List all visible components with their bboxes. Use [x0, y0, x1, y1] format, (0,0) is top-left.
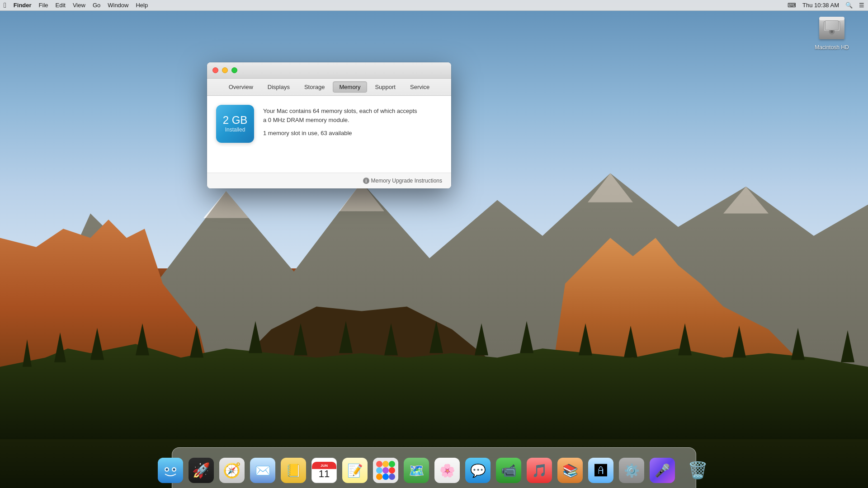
dock-item-launchpad[interactable]: 🚀	[187, 456, 215, 484]
tab-support[interactable]: Support	[368, 81, 402, 93]
window-footer: i Memory Upgrade Instructions	[207, 173, 451, 188]
dock-item-safari[interactable]: 🧭	[218, 456, 246, 484]
facetime-dock-icon: 📹	[496, 458, 521, 483]
dock-item-facetime[interactable]: 📹	[495, 456, 523, 484]
dock-item-siri[interactable]: 🎤	[648, 456, 676, 484]
svg-marker-15	[249, 321, 262, 353]
dock-item-calendar[interactable]: JUN 11	[310, 456, 338, 484]
photos-dock-icon: 🌸	[434, 458, 460, 483]
svg-point-36	[166, 469, 168, 471]
memory-description: Your Mac contains 64 memory slots, each …	[263, 107, 442, 124]
svg-point-43	[382, 467, 389, 474]
dock-item-launchpadapp[interactable]	[372, 456, 400, 484]
svg-marker-27	[841, 330, 854, 362]
hd-drive-svg	[819, 17, 844, 39]
help-menu[interactable]: Help	[136, 2, 148, 9]
sysprefs-dock-icon: ⚙️	[619, 458, 644, 483]
tab-service[interactable]: Service	[403, 81, 436, 93]
finder-menu[interactable]: Finder	[14, 2, 32, 9]
svg-rect-28	[819, 19, 844, 39]
svg-point-44	[389, 467, 395, 474]
dock-item-mail[interactable]: ✉️	[249, 456, 277, 484]
appstore-dock-icon: 🅰	[588, 458, 613, 483]
hd-icon-label: Macintosh HD	[815, 44, 849, 51]
books-dock-icon: 📚	[557, 458, 583, 483]
window-minimize-button[interactable]	[222, 67, 228, 73]
memory-content: 2 GB Installed Your Mac contains 64 memo…	[207, 96, 451, 173]
dock-item-maps[interactable]: 🗺️	[402, 456, 430, 484]
svg-marker-9	[0, 344, 868, 449]
memory-upgrade-link[interactable]: i Memory Upgrade Instructions	[363, 178, 442, 184]
svg-point-42	[376, 467, 382, 474]
dock-item-finder[interactable]	[156, 456, 184, 484]
memory-installed-label: Installed	[225, 127, 245, 133]
view-menu[interactable]: View	[73, 2, 85, 9]
dock-item-trash[interactable]: 🗑️	[684, 456, 712, 484]
dock-item-sysprefs[interactable]: ⚙️	[618, 456, 646, 484]
menubar-left:  Finder File Edit View Go Window Help	[4, 1, 148, 9]
svg-marker-20	[475, 323, 488, 355]
dock-item-messages[interactable]: 💬	[464, 456, 492, 484]
window-titlebar	[207, 62, 451, 79]
about-this-mac-window: Overview Displays Storage Memory Support…	[207, 62, 451, 188]
svg-marker-24	[678, 323, 692, 355]
window-menu[interactable]: Window	[108, 2, 128, 9]
safari-dock-icon: 🧭	[219, 458, 245, 483]
svg-marker-17	[339, 321, 353, 353]
dock-item-contacts[interactable]: 📒	[279, 456, 307, 484]
svg-marker-12	[90, 328, 104, 360]
apple-menu[interactable]: 	[4, 1, 6, 9]
file-menu[interactable]: File	[39, 2, 48, 9]
dock: 🚀 🧭 ✉️ 📒 JUN 11 📝	[172, 447, 696, 488]
menubar:  Finder File Edit View Go Window Help ⌨…	[0, 0, 868, 11]
maps-dock-icon: 🗺️	[404, 458, 429, 483]
dock-item-books[interactable]: 📚	[556, 456, 584, 484]
control-strip-icon[interactable]: ☰	[859, 2, 864, 9]
calendar-dock-icon: JUN 11	[311, 458, 337, 483]
svg-point-40	[382, 461, 389, 467]
svg-point-41	[389, 461, 395, 467]
messages-dock-icon: 💬	[465, 458, 491, 483]
memory-info: Your Mac contains 64 memory slots, each …	[263, 105, 442, 136]
svg-rect-29	[824, 21, 840, 31]
search-icon[interactable]: 🔍	[845, 2, 853, 9]
tab-displays[interactable]: Displays	[261, 81, 297, 93]
tab-bar: Overview Displays Storage Memory Support…	[207, 79, 451, 96]
mail-dock-icon: ✉️	[250, 458, 275, 483]
svg-marker-23	[624, 325, 637, 357]
svg-marker-19	[429, 321, 443, 353]
dock-item-photos[interactable]: 🌸	[433, 456, 461, 484]
memory-size: 2 GB	[223, 115, 248, 126]
edit-menu[interactable]: Edit	[56, 2, 66, 9]
monitor-icon[interactable]: ⌨	[788, 2, 796, 9]
window-close-button[interactable]	[212, 67, 218, 73]
go-menu[interactable]: Go	[93, 2, 100, 9]
info-icon: i	[363, 178, 369, 184]
tab-storage[interactable]: Storage	[297, 81, 332, 93]
dock-item-notes[interactable]: 📝	[341, 456, 369, 484]
dock-item-music[interactable]: 🎵	[525, 456, 553, 484]
window-maximize-button[interactable]	[231, 67, 237, 73]
svg-rect-32	[819, 17, 844, 20]
tab-memory[interactable]: Memory	[333, 81, 368, 93]
svg-point-45	[376, 474, 382, 480]
menubar-right: ⌨ Thu 10:38 AM 🔍 ☰	[788, 2, 864, 9]
dock-item-appstore[interactable]: 🅰	[587, 456, 615, 484]
mountains-near	[0, 230, 868, 449]
svg-marker-10	[23, 339, 32, 367]
hd-icon-shape	[819, 17, 844, 39]
memory-badge: 2 GB Installed	[216, 105, 254, 143]
hd-icon-image	[817, 14, 846, 42]
svg-marker-14	[190, 325, 203, 357]
launchpadapp-icon-svg	[373, 458, 398, 483]
svg-marker-26	[791, 328, 805, 360]
macintosh-hd-icon[interactable]: Macintosh HD	[814, 14, 850, 51]
svg-point-39	[376, 461, 382, 467]
svg-point-31	[830, 30, 833, 33]
menu-clock: Thu 10:38 AM	[802, 2, 839, 9]
svg-marker-21	[520, 321, 533, 353]
contacts-dock-icon: 📒	[281, 458, 306, 483]
svg-point-47	[389, 474, 395, 480]
svg-marker-13	[136, 323, 149, 355]
tab-overview[interactable]: Overview	[222, 81, 260, 93]
